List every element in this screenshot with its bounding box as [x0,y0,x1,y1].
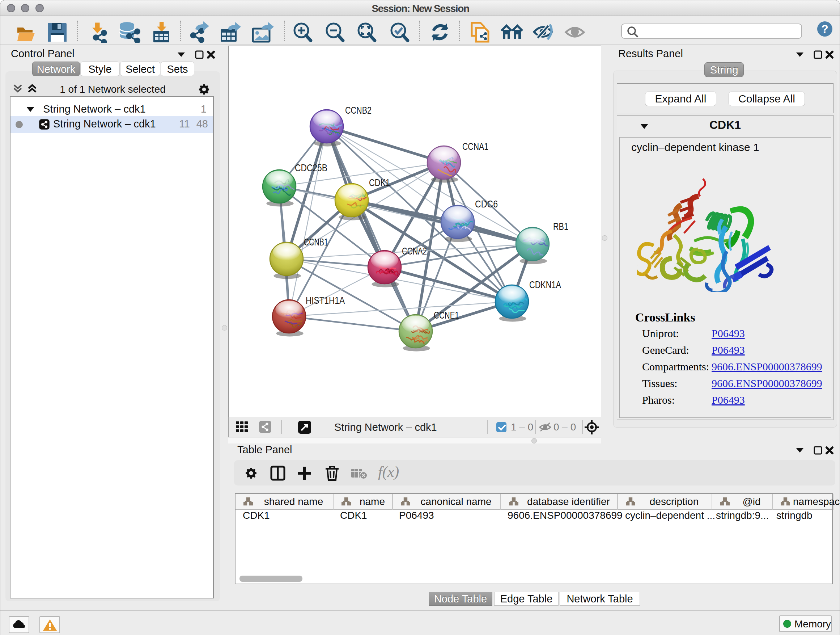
svg-text:CDKN1A: CDKN1A [529,279,561,290]
svg-text:CDK1: CDK1 [369,177,390,188]
svg-text:1 – 0: 1 – 0 [511,421,533,432]
svg-text:?: ? [821,22,829,35]
svg-text:CCNE1: CCNE1 [434,310,459,321]
svg-text:CCNA1: CCNA1 [462,141,488,152]
svg-text:RB1: RB1 [553,221,568,232]
svg-text:CCNB1: CCNB1 [304,236,328,248]
svg-text:HIST1H1A: HIST1H1A [306,295,345,306]
svg-text:CDC25B: CDC25B [295,162,327,173]
svg-text:0 – 0: 0 – 0 [554,421,576,432]
svg-text:CCNB2: CCNB2 [345,105,371,116]
svg-text:CCNA2: CCNA2 [402,245,427,257]
svg-text:CDC6: CDC6 [475,198,498,210]
